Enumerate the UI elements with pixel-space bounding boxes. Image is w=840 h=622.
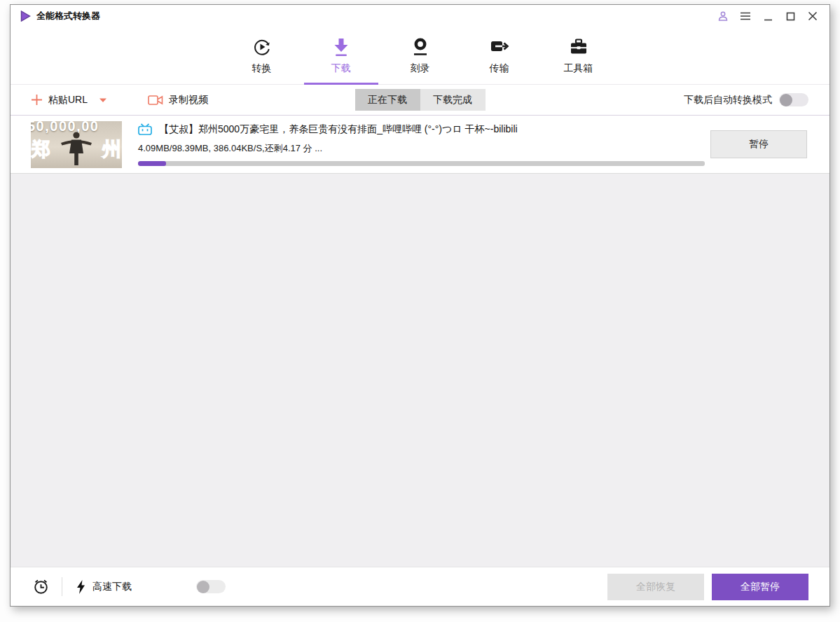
- tab-burn[interactable]: 刻录: [398, 27, 443, 84]
- speed-download-label: 高速下载: [92, 581, 132, 593]
- hamburger-icon[interactable]: [737, 8, 754, 24]
- download-progress-text: 4.09MB/98.39MB, 386.04KB/S,还剩4.17 分 ...: [138, 142, 705, 155]
- download-list-area: [11, 174, 829, 567]
- tab-download-complete[interactable]: 下载完成: [420, 89, 486, 111]
- download-item-row: 50,000,00 郑 州 【艾叔】郑州5000万豪宅里，养条巨贵有没有排面_哔…: [11, 116, 829, 174]
- app-window: 全能格式转换器: [10, 4, 830, 607]
- person-icon[interactable]: [715, 8, 731, 24]
- lightning-icon: [76, 579, 86, 595]
- progress-fill: [138, 161, 166, 166]
- nav-tab-label: 转换: [252, 62, 272, 75]
- alarm-clock-icon[interactable]: [32, 578, 50, 595]
- speed-download-group: 高速下载: [76, 579, 132, 595]
- app-title: 全能格式转换器: [36, 10, 100, 22]
- transfer-icon: [490, 36, 509, 57]
- tab-download[interactable]: 下载: [319, 27, 364, 84]
- tab-transfer[interactable]: 传输: [477, 27, 522, 84]
- app-logo-icon: [20, 11, 31, 22]
- nav-tab-label: 下载: [331, 62, 351, 75]
- download-item-info: 【艾叔】郑州5000万豪宅里，养条巨贵有没有排面_哔哩哔哩 (°-°)つロ 干杯…: [138, 123, 705, 166]
- titlebar: 全能格式转换器: [11, 5, 829, 27]
- nav-tab-label: 工具箱: [564, 62, 593, 75]
- paste-url-button[interactable]: 粘贴URL: [31, 94, 107, 106]
- download-icon: [332, 36, 350, 57]
- toolbox-icon: [569, 36, 588, 57]
- toggle-knob: [197, 581, 209, 593]
- speed-toggle-wrap: [196, 580, 226, 593]
- paste-url-label: 粘贴URL: [48, 94, 88, 106]
- thumbnail-char-left: 郑: [32, 137, 50, 162]
- plus-icon: [31, 94, 43, 106]
- tab-downloading[interactable]: 正在下载: [355, 89, 420, 111]
- main-nav: 转换 下载 刻录: [11, 27, 829, 85]
- footer-bar: 高速下载 全部恢复 全部暂停: [11, 567, 829, 606]
- progress-bar: [138, 161, 705, 166]
- pause-all-button[interactable]: 全部暂停: [712, 574, 808, 600]
- video-camera-icon: [148, 95, 163, 106]
- convert-icon: [252, 36, 272, 57]
- auto-convert-group: 下载后自动转换模式: [684, 93, 808, 106]
- record-video-label: 录制视频: [169, 94, 208, 106]
- close-icon[interactable]: [804, 8, 821, 24]
- bilibili-icon: [138, 123, 152, 135]
- speed-download-toggle[interactable]: [196, 580, 226, 593]
- download-status-tabs: 正在下载 下载完成: [355, 89, 486, 111]
- record-video-button[interactable]: 录制视频: [148, 94, 208, 106]
- pause-button[interactable]: 暂停: [710, 130, 807, 158]
- download-title: 【艾叔】郑州5000万豪宅里，养条巨贵有没有排面_哔哩哔哩 (°-°)つロ 干杯…: [159, 123, 518, 136]
- toolbar: 粘贴URL 录制视频 正在下载 下载完成 下载后自动转换模式: [11, 85, 829, 116]
- minimize-icon[interactable]: [759, 8, 776, 24]
- nav-tab-label: 刻录: [411, 62, 430, 75]
- auto-convert-toggle[interactable]: [779, 93, 808, 106]
- nav-tab-label: 传输: [490, 62, 509, 75]
- resume-all-button[interactable]: 全部恢复: [607, 574, 704, 600]
- toggle-knob: [780, 94, 792, 106]
- caret-down-icon[interactable]: [99, 97, 107, 103]
- thumbnail-char-right: 州: [102, 137, 121, 162]
- maximize-icon[interactable]: [782, 8, 799, 24]
- thumbnail-person-figure: [56, 130, 97, 166]
- tab-convert[interactable]: 转换: [240, 27, 284, 84]
- video-thumbnail: 50,000,00 郑 州: [31, 121, 122, 168]
- auto-convert-label: 下载后自动转换模式: [684, 94, 772, 106]
- burn-icon: [411, 36, 429, 57]
- footer-divider: [62, 577, 62, 596]
- tab-toolbox[interactable]: 工具箱: [556, 27, 601, 84]
